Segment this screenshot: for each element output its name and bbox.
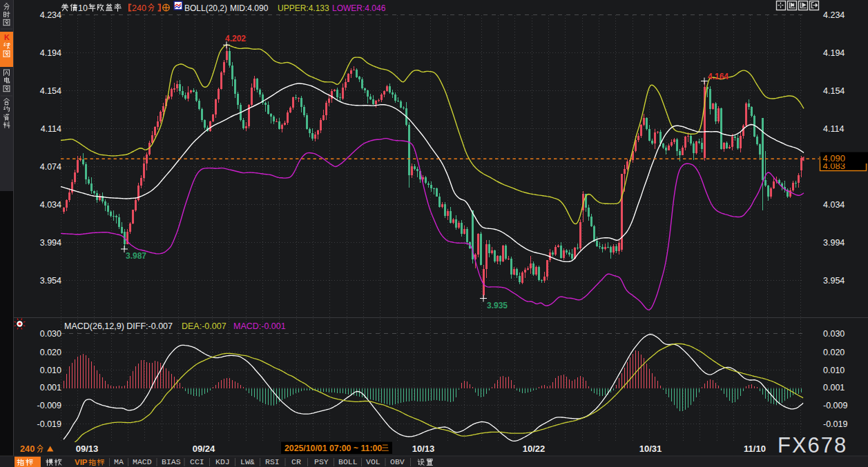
svg-text:4.074: 4.074 (40, 162, 61, 172)
svg-text:4.090: 4.090 (823, 153, 846, 163)
svg-text:PSY: PSY (314, 457, 329, 466)
svg-text:0.030: 0.030 (823, 329, 845, 339)
svg-text:3.994: 3.994 (823, 238, 845, 248)
svg-text:FX678: FX678 (778, 433, 847, 457)
svg-text:MACD(26,12,9) DIFF:-0.007: MACD(26,12,9) DIFF:-0.007 (64, 321, 173, 331)
svg-text:MA: MA (114, 457, 124, 466)
svg-text:LW&: LW& (240, 457, 255, 466)
svg-text:4.164: 4.164 (708, 72, 729, 81)
svg-text:4.234: 4.234 (823, 10, 845, 20)
svg-text:10/13: 10/13 (412, 444, 435, 454)
svg-text:3.954: 3.954 (823, 276, 845, 286)
svg-text:4.154: 4.154 (40, 86, 61, 96)
svg-text:240: 240 (20, 444, 35, 454)
svg-text:OBV: OBV (390, 457, 405, 466)
svg-text:KDJ: KDJ (215, 457, 230, 466)
svg-text:4.194: 4.194 (823, 48, 845, 58)
svg-text:4.034: 4.034 (40, 200, 61, 210)
svg-text:K: K (4, 33, 10, 41)
svg-text:VIP: VIP (75, 458, 88, 466)
svg-text:4.194: 4.194 (40, 48, 61, 58)
svg-text:09/13: 09/13 (76, 444, 99, 454)
svg-text:4.234: 4.234 (40, 10, 61, 20)
svg-text:10/31: 10/31 (639, 444, 662, 454)
svg-text:MACD: MACD (133, 457, 152, 466)
svg-text:0.010: 0.010 (40, 366, 61, 375)
svg-text:11/10: 11/10 (744, 444, 766, 454)
svg-text:3.954: 3.954 (40, 276, 61, 286)
svg-text:10: 10 (78, 3, 88, 13)
svg-text:4.114: 4.114 (823, 124, 844, 134)
svg-text:3.994: 3.994 (40, 238, 61, 248)
svg-text:UPPER:4.133: UPPER:4.133 (278, 3, 329, 13)
svg-text:4.202: 4.202 (225, 34, 246, 43)
svg-text:BOLL(20,2): BOLL(20,2) (184, 3, 227, 13)
svg-text:LOWER:4.046: LOWER:4.046 (332, 3, 386, 13)
svg-text:CR: CR (291, 457, 301, 466)
svg-text:BIAS: BIAS (162, 457, 181, 466)
svg-text:-0.009: -0.009 (37, 401, 61, 410)
svg-text:240: 240 (132, 3, 146, 13)
svg-text:3.935: 3.935 (487, 301, 508, 310)
svg-text:2025/10/01 07:00 ~ 11:00: 2025/10/01 07:00 ~ 11:00 (284, 444, 382, 453)
svg-text:3.987: 3.987 (126, 251, 146, 261)
svg-text:-0.009: -0.009 (823, 401, 847, 410)
svg-text:-0.019: -0.019 (823, 419, 847, 429)
svg-text:BOLL: BOLL (338, 457, 358, 466)
svg-text:0.001: 0.001 (823, 383, 845, 393)
svg-text:0.001: 0.001 (40, 383, 61, 393)
svg-text:4.034: 4.034 (823, 200, 845, 210)
svg-text:MID:4.090: MID:4.090 (230, 3, 269, 13)
svg-text:VOL: VOL (366, 457, 380, 466)
svg-text:DEA:-0.007: DEA:-0.007 (182, 321, 226, 331)
svg-text:MACD:-0.001: MACD:-0.001 (233, 321, 286, 331)
svg-text:09/24: 09/24 (193, 444, 215, 454)
svg-text:4.114: 4.114 (41, 124, 61, 134)
svg-text:4.154: 4.154 (823, 86, 845, 96)
svg-text:0.020: 0.020 (823, 348, 845, 357)
svg-text:RSI: RSI (265, 457, 280, 466)
svg-text:0.010: 0.010 (823, 366, 845, 375)
svg-text:0.020: 0.020 (40, 348, 61, 357)
svg-text:0.030: 0.030 (40, 329, 61, 339)
svg-text:10/22: 10/22 (523, 444, 546, 454)
svg-text:-0.019: -0.019 (37, 419, 61, 429)
svg-text:CCI: CCI (190, 457, 204, 466)
